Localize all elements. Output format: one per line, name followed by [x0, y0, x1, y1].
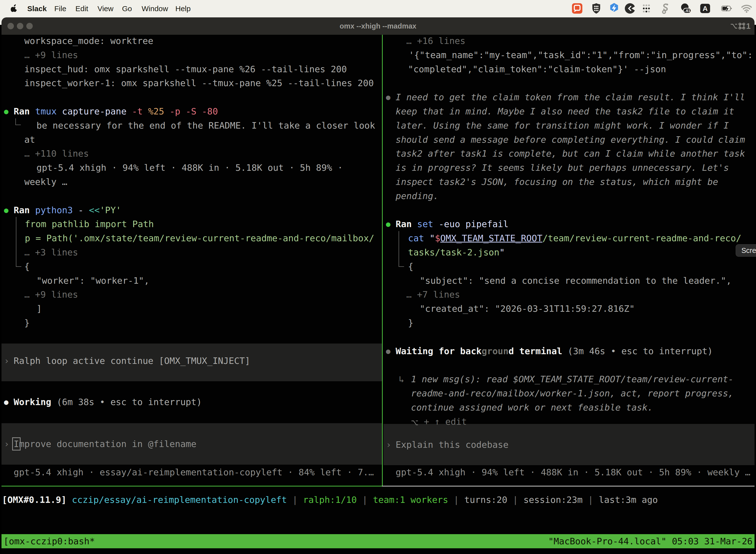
tree-connector-icon: [16, 217, 21, 267]
terminal-line: later. Using the same for transition mig…: [0, 118, 756, 132]
tmux-host-clock-label: "MacBook-Pro-44.local" 05:03 31-Mar-26: [548, 534, 753, 548]
terminal-line: inspect_worker-1: omx sparkshell --tmux-…: [0, 76, 756, 90]
snake-icon[interactable]: [660, 3, 672, 14]
terminal-line: cat "$OMX_TEAM_STATE_ROOT/team/review-cu…: [0, 231, 756, 245]
terminal-line: + ↑ edit: [0, 414, 756, 429]
tree-connector-icon: [15, 118, 21, 125]
pane-divider-vertical[interactable]: [382, 35, 383, 486]
bullet-icon: ●: [386, 90, 390, 104]
prompt-placeholder-right: ›Explain this codebase: [0, 438, 756, 452]
menu-item-edit[interactable]: Edit: [75, 0, 88, 17]
omx-hud-line: [OMX#0.11.9] cczip/essay/ai-reimplementa…: [0, 493, 756, 507]
shield-grid-icon[interactable]: [590, 3, 602, 14]
terminal-line: … +7 lines: [0, 287, 756, 301]
terminal-line: task2 after task1 is complete, but can I…: [0, 147, 756, 161]
terminal-line: should send a message before completing …: [0, 132, 756, 147]
option-key-icon: [411, 417, 419, 427]
back-circle-icon[interactable]: [624, 3, 636, 14]
working-status-line: ●Working (6m 38s • esc to interrupt): [0, 395, 756, 409]
tmux-status-bar: [omx-cczip0:bash* "MacBook-Pro-44.local"…: [1, 534, 755, 548]
menu-item-help[interactable]: Help: [175, 0, 191, 17]
terminal-line: ●I need to get the claim token from the …: [0, 90, 756, 104]
terminal-line: ●Ran set -euo pipefail: [0, 217, 756, 231]
battery-icon[interactable]: [721, 3, 733, 14]
terminal-line: inspect task2's JSON, focusing on the st…: [0, 175, 756, 189]
apple-logo-icon[interactable]: [10, 4, 18, 13]
terminal-line: {: [0, 259, 756, 274]
tab-shortcut-badge: 1: [730, 17, 751, 35]
bullet-icon: ●: [4, 203, 8, 217]
menu-item-file[interactable]: File: [54, 0, 66, 17]
keyboard-a-icon[interactable]: A: [699, 3, 711, 14]
chat-app-icon[interactable]: [571, 3, 583, 14]
line-prefix-icon: ›: [4, 354, 9, 368]
wifi-icon[interactable]: [741, 3, 752, 14]
menu-item-view[interactable]: View: [98, 0, 113, 17]
terminal-line: '{"team_name":"my-team","task_id":"1","f…: [0, 48, 756, 62]
pane-border-bottom-right: [382, 486, 755, 487]
terminal-line: "created_at": "2026-03-31T11:59:27.816Z": [0, 301, 756, 316]
terminal-line: ↳1 new msg(s): read $OMX_TEAM_STATE_ROOT…: [0, 372, 756, 386]
dots-grid-icon[interactable]: [641, 3, 652, 14]
bullet-icon: ●: [386, 217, 390, 231]
bolt-app-icon[interactable]: [609, 3, 620, 14]
screen-sharing-overlay: Scre: [736, 244, 756, 257]
terminal-line: tasks/task-2.json": [0, 245, 756, 259]
terminal-window-titlebar: omx --xhigh --madmax 1: [1, 17, 755, 35]
svg-text:..61: ..61: [684, 8, 690, 13]
menu-item-go[interactable]: Go: [122, 0, 132, 17]
tmux-session-label: [omx-cczip0:bash*: [3, 534, 95, 548]
terminal-line: keep that in mind. Maybe I also need the…: [0, 104, 756, 118]
terminal-line: "subject": "send a concise recommendatio…: [0, 274, 756, 288]
model-status-right: gpt-5.4 xhigh · 94% left · 488K in · 5.1…: [0, 465, 756, 479]
ralph-loop-line: ›Ralph loop active continue [OMX_TMUX_IN…: [0, 354, 756, 368]
menu-app-name[interactable]: Slack: [27, 0, 47, 17]
terminal-line: is in progress? It seems likely but perh…: [0, 161, 756, 175]
window-title: omx --xhigh --madmax: [1, 17, 755, 35]
menu-item-window[interactable]: Window: [142, 0, 168, 17]
terminal-line: ●Ran python3 - <<'PY': [0, 203, 756, 217]
bullet-icon: ●: [4, 395, 8, 409]
terminal-line: }: [0, 316, 756, 330]
svg-text:A: A: [703, 4, 708, 12]
terminal-line: … +16 lines: [0, 34, 756, 48]
tree-connector-icon: [398, 231, 404, 267]
terminal-line: "completed","claim_token":"claim-token"}…: [0, 62, 756, 76]
line-prefix-icon: ›: [386, 438, 391, 452]
tab-number: 1: [746, 21, 751, 31]
time-left-badge-icon[interactable]: ..61: [680, 3, 692, 14]
terminal-line: pending.: [0, 189, 756, 203]
pane-border-bottom-left: [1, 486, 382, 487]
line-prefix-icon: ↳: [399, 372, 404, 386]
macos-menu-bar: Slack FileEditViewGoWindowHelp ..61A: [0, 0, 756, 17]
